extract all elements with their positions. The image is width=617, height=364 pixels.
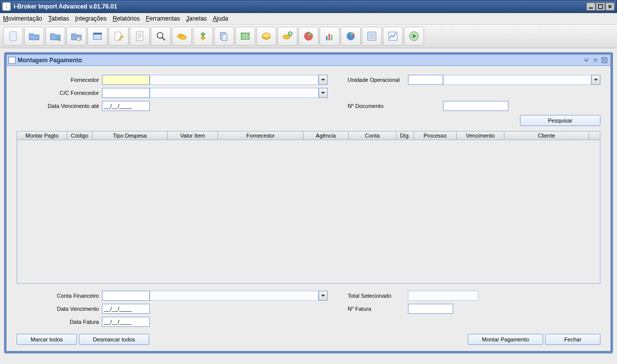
column-header[interactable]: Fornecedor	[218, 132, 303, 140]
file-new-icon[interactable]	[3, 27, 23, 46]
label-cc-fornecedor: C/C Fornecedor	[17, 90, 102, 96]
unidade-code-input[interactable]	[408, 75, 443, 85]
svg-rect-13	[222, 34, 227, 41]
edit-icon[interactable]	[109, 27, 129, 46]
svg-rect-21	[329, 34, 330, 40]
conta-fin-dropdown-button[interactable]	[319, 291, 328, 301]
chart-bar-icon[interactable]	[320, 27, 340, 46]
total-selecionado-output	[408, 291, 478, 301]
conta-fin-code-input[interactable]	[102, 291, 150, 301]
cc-desc-input[interactable]	[150, 88, 319, 98]
column-header[interactable]: Díg.	[396, 132, 414, 140]
fornecedor-desc-input[interactable]	[150, 75, 319, 85]
folder-open-icon[interactable]	[24, 27, 44, 46]
list-icon[interactable]	[362, 27, 382, 46]
magnifier-icon[interactable]	[151, 27, 171, 46]
menu-relatorios[interactable]: Relatórios	[113, 15, 140, 22]
java-icon	[3, 3, 11, 11]
chart-line-icon[interactable]	[383, 27, 403, 46]
column-header[interactable]: Tipo Despesa	[92, 132, 168, 140]
label-total-selecionado: Total Selecionado	[348, 293, 408, 299]
search-row: Pesquisar	[17, 115, 600, 126]
label-data-vencimento: Data Vencimento	[17, 306, 102, 312]
panel-iconify-button[interactable]	[582, 56, 590, 64]
label-fornecedor: Fornecedor	[17, 77, 102, 83]
folder-search-icon[interactable]	[45, 27, 65, 46]
menu-integracoes[interactable]: Integrações	[75, 15, 107, 22]
documents-icon[interactable]	[214, 27, 234, 46]
menu-movimentacao[interactable]: Movimentação	[3, 15, 42, 22]
table-icon[interactable]	[235, 27, 255, 46]
chart-pie-icon[interactable]	[298, 27, 319, 46]
close-button[interactable]	[605, 3, 614, 11]
num-documento-input[interactable]	[443, 101, 508, 111]
actions-row: Marcar todos Desmarcar todos Montar Paga…	[17, 334, 600, 345]
menu-ajuda[interactable]: Ajuda	[213, 15, 229, 22]
svg-rect-0	[589, 8, 593, 9]
bottom-form: Conta Financeiro Total Selecionado Data …	[17, 291, 600, 327]
pesquisar-button[interactable]: Pesquisar	[520, 115, 600, 126]
window-title: i-Broker Import Advanced v.01.76.01	[14, 3, 586, 10]
table-header: Montar PagtoCódigoTipo DespesaValor Item…	[17, 132, 600, 140]
num-fatura-input[interactable]	[408, 304, 453, 314]
panel-montagem-pagamento: Montagem Pagamento Fornecedor Unidade Op…	[4, 52, 613, 353]
svg-point-11	[180, 35, 186, 39]
minimize-button[interactable]	[586, 3, 595, 11]
menu-ferramentas[interactable]: Ferramentas	[146, 15, 180, 22]
filter-form: Fornecedor Unidade Operacional C/C Forne…	[17, 75, 600, 111]
marcar-todos-button[interactable]: Marcar todos	[17, 334, 77, 345]
panel-close-button[interactable]	[600, 56, 608, 64]
unidade-dropdown-button[interactable]	[591, 75, 600, 85]
svg-point-16	[262, 33, 270, 38]
label-unidade-operacional: Unidade Operacional	[348, 77, 408, 83]
column-header[interactable]: Agência	[303, 132, 349, 140]
chart-slice-icon[interactable]	[341, 27, 361, 46]
cc-code-input[interactable]	[102, 88, 150, 98]
money-add-icon[interactable]	[277, 27, 297, 46]
column-header[interactable]: Processo	[414, 132, 457, 140]
window-titlebar: i-Broker Import Advanced v.01.76.01	[0, 0, 617, 13]
fornecedor-code-input[interactable]	[102, 75, 150, 85]
column-header[interactable]: Valor Item	[168, 132, 218, 140]
label-num-documento: Nº Documento	[348, 103, 408, 109]
column-header[interactable]: Vencimento	[457, 132, 504, 140]
label-data-fatura: Data Fatura	[17, 319, 102, 325]
coins-icon[interactable]	[172, 27, 192, 46]
cc-dropdown-button[interactable]	[319, 88, 328, 98]
panel-body: Fornecedor Unidade Operacional C/C Forne…	[7, 66, 610, 351]
fechar-button[interactable]: Fechar	[545, 334, 600, 345]
column-header[interactable]: Cliente	[504, 132, 589, 140]
menu-tabelas[interactable]: Tabelas	[48, 15, 69, 22]
svg-rect-22	[331, 35, 332, 41]
data-vencimento-input[interactable]	[102, 304, 150, 314]
maximize-button[interactable]	[596, 3, 605, 11]
document-lines-icon[interactable]	[130, 27, 150, 46]
desmarcar-todos-button[interactable]: Desmarcar todos	[79, 334, 149, 345]
data-fatura-input[interactable]	[102, 317, 150, 327]
svg-rect-8	[137, 32, 143, 41]
column-header[interactable]: Código	[67, 132, 92, 140]
results-table: Montar PagtoCódigoTipo DespesaValor Item…	[17, 131, 600, 284]
play-icon[interactable]	[404, 27, 424, 46]
folder-clock-icon[interactable]	[66, 27, 86, 46]
window-icon[interactable]	[87, 27, 108, 46]
money-icon[interactable]	[256, 27, 276, 46]
column-header[interactable]: Montar Pagto	[17, 132, 67, 140]
label-num-fatura: Nº Fatura	[348, 306, 408, 312]
panel-maximize-button[interactable]	[591, 56, 599, 64]
table-body[interactable]	[17, 140, 600, 283]
montar-pagamento-button[interactable]: Montar Pagamento	[468, 334, 543, 345]
workspace: Montagem Pagamento Fornecedor Unidade Op…	[0, 48, 617, 362]
svg-rect-1	[598, 5, 602, 9]
svg-point-9	[157, 33, 163, 38]
data-venc-ate-input[interactable]	[102, 101, 150, 111]
unidade-desc-input[interactable]	[443, 75, 591, 85]
column-header[interactable]: Conta	[349, 132, 396, 140]
menu-janelas[interactable]: Janelas	[186, 15, 207, 22]
fornecedor-dropdown-button[interactable]	[319, 75, 328, 85]
arrows-exchange-icon[interactable]	[193, 27, 213, 46]
toolbar	[0, 25, 617, 48]
conta-fin-desc-input[interactable]	[150, 291, 319, 301]
label-data-venc-ate: Data Vencimento até	[17, 103, 102, 109]
svg-rect-6	[93, 33, 101, 35]
